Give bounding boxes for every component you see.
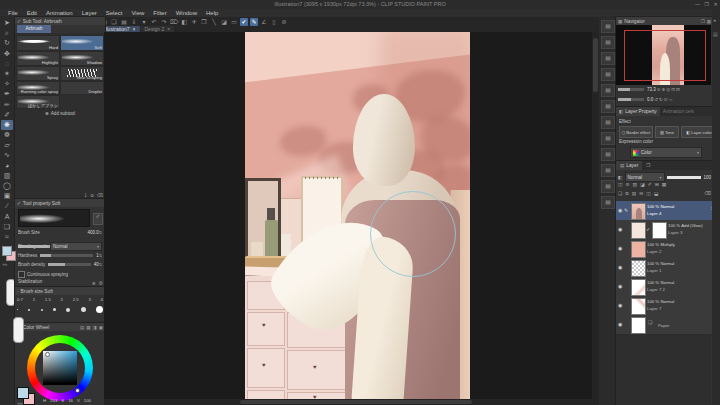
- navigator-view-rect[interactable]: [624, 30, 706, 81]
- material-palette-icon[interactable]: ▤: [601, 68, 615, 81]
- redo-icon[interactable]: ↷: [160, 18, 168, 26]
- continuous-spraying-checkbox[interactable]: [18, 271, 25, 278]
- brush-tip-button[interactable]: ✐: [93, 213, 103, 225]
- rotate-left-icon[interactable]: ↺: [654, 97, 658, 102]
- prohibit-icon[interactable]: ⊘: [280, 18, 288, 26]
- size-preset[interactable]: 1: [33, 297, 35, 302]
- size-preset[interactable]: 4: [101, 297, 103, 302]
- layer-row-layer4[interactable]: ◉ ✎ 100 % Normal Layer 4 ⇲: [616, 201, 716, 221]
- collapse-dock-icon[interactable]: ◂: [713, 17, 716, 23]
- size-preset-dots[interactable]: [17, 306, 103, 313]
- menu-window[interactable]: Window: [176, 10, 197, 16]
- flip-horizontal-icon[interactable]: ◅: [669, 97, 672, 102]
- move-layer-tool[interactable]: ✥: [1, 49, 13, 59]
- navigator-zoom-slider[interactable]: [618, 88, 644, 91]
- navigator-zoom-value[interactable]: 73.3: [647, 87, 656, 92]
- tab-secondary[interactable]: ❐: [642, 163, 654, 168]
- subview-icon[interactable]: ❐: [701, 19, 705, 24]
- layer-row-paper[interactable]: ◉ ❏ Paper: [616, 315, 716, 335]
- fill-icon[interactable]: ◧: [180, 18, 188, 26]
- layer-visibility-icon[interactable]: ◉: [618, 245, 622, 251]
- subtool-item-spray[interactable]: Spray: [16, 66, 60, 81]
- snap-to-special-ruler-icon[interactable]: ✎: [250, 18, 258, 26]
- decoration-tool[interactable]: ❁: [1, 130, 13, 140]
- saturation-value-square[interactable]: [43, 351, 77, 385]
- size-preset[interactable]: 3: [88, 297, 90, 302]
- fit-width-icon[interactable]: ⊟: [676, 87, 680, 92]
- vertical-scrollbar[interactable]: [592, 32, 599, 405]
- material-palette-icon[interactable]: ▤: [601, 116, 615, 129]
- invert-selection-icon[interactable]: ╲: [210, 18, 218, 26]
- navigator-rotate-slider[interactable]: [618, 98, 644, 101]
- brush-size-header[interactable]: ◦ Brush size Soft: [15, 287, 105, 295]
- layer-visibility-icon[interactable]: ◉: [618, 226, 622, 232]
- gradient-tool[interactable]: ▥: [1, 171, 13, 181]
- fill-tool[interactable]: ◕: [1, 161, 13, 171]
- material-palette-icon[interactable]: ▤: [601, 36, 615, 49]
- navigator-header[interactable]: ▦ Navigator ❐ ▦: [616, 17, 713, 25]
- subtool-item-droplet[interactable]: Droplet: [60, 81, 104, 95]
- merge-down-icon[interactable]: ⊟: [639, 191, 643, 196]
- fit-to-screen-icon[interactable]: ⊡: [671, 87, 675, 92]
- subtool-item-highlight[interactable]: Highlight: [16, 51, 60, 66]
- change-panel-icon[interactable]: ◫: [618, 182, 623, 187]
- navigator-preview[interactable]: [616, 25, 711, 85]
- material-palette-icon[interactable]: ▤: [601, 180, 615, 193]
- companion-mode-icon[interactable]: ▯: [270, 18, 278, 26]
- enable-mask-icon[interactable]: ◪: [640, 182, 645, 187]
- brush-density-slider[interactable]: [48, 263, 90, 266]
- tool-property-header[interactable]: ✐ Tool property Soft: [15, 199, 105, 207]
- menu-select[interactable]: Select: [106, 10, 123, 16]
- draft-layer-icon[interactable]: ✐: [648, 182, 652, 187]
- subtool-item-shadow[interactable]: Shadow: [60, 51, 104, 66]
- zoom-out-icon[interactable]: ⊖: [657, 87, 661, 92]
- spinner-icon[interactable]: ⇅: [99, 253, 102, 258]
- ruler-range-icon[interactable]: ⊞: [655, 182, 659, 187]
- hardness-slider[interactable]: [40, 254, 93, 257]
- undo-icon[interactable]: ↶: [150, 18, 158, 26]
- palette-color-icon[interactable]: ◧: [618, 175, 623, 180]
- canvas-artwork[interactable]: ♥ ♥ ♥ ♥ ♥: [245, 32, 470, 405]
- subtool-item-hard[interactable]: Hard: [16, 35, 60, 51]
- material-palette-icon[interactable]: ▤: [601, 84, 615, 97]
- history-tab-icon[interactable]: ▣: [99, 325, 103, 330]
- color-slider-tab-icon[interactable]: ▤: [80, 325, 84, 330]
- tab-layer[interactable]: ▤ Layer: [616, 161, 642, 170]
- spinner-icon[interactable]: ⇅: [99, 230, 102, 235]
- layer-visibility-icon[interactable]: ◉: [618, 302, 622, 308]
- material-palette-icon[interactable]: ▤: [601, 164, 615, 177]
- layer-row-layer7-2[interactable]: ◉ 100 % Normal Layer 7 2: [616, 277, 716, 297]
- ruler-tool[interactable]: ∕: [1, 201, 13, 211]
- value-value[interactable]: 100: [84, 398, 91, 403]
- save-options-dropdown-icon[interactable]: ▾: [140, 18, 148, 26]
- scrollbar-thumb[interactable]: [593, 38, 598, 92]
- subtool-item-running-color-spray[interactable]: Running color spray: [16, 81, 60, 95]
- zoom-100-icon[interactable]: ◎: [666, 87, 670, 92]
- pen-tool[interactable]: ✒: [1, 89, 13, 99]
- horizontal-scrollbar[interactable]: [104, 399, 592, 405]
- layer-row-layer7[interactable]: ◉ 100 % Normal Layer 7: [616, 296, 716, 316]
- operation-tool[interactable]: ➤: [1, 18, 13, 28]
- add-subtool-button[interactable]: ⊕ Add subtool: [15, 111, 105, 116]
- size-preset[interactable]: 0.7: [17, 297, 23, 302]
- lock-layer-icon[interactable]: ⊘: [626, 182, 630, 187]
- reset-rotation-icon[interactable]: ⊙: [664, 97, 668, 102]
- snap-to-grid-icon[interactable]: ∠: [260, 18, 268, 26]
- layer-blend-dropdown[interactable]: Normal ▾: [625, 172, 665, 182]
- clear-icon[interactable]: ⌦: [170, 18, 178, 26]
- foreground-color-swatch[interactable]: [2, 246, 12, 256]
- pencil-tool[interactable]: ✏: [1, 100, 13, 110]
- border-effect-button[interactable]: ◻ Border effect: [619, 126, 653, 138]
- open-file-icon[interactable]: ▤: [120, 18, 128, 26]
- layer-row-layer3[interactable]: ◉ ✓ 100 % Add (Glow) Layer 3: [616, 220, 716, 240]
- eyedropper-tool[interactable]: ✧: [1, 79, 13, 89]
- brush-size-value[interactable]: 400.0: [87, 230, 98, 235]
- menu-help[interactable]: Help: [206, 10, 218, 16]
- new-folder-icon[interactable]: ▤: [632, 191, 637, 196]
- spinner-icon[interactable]: ⇅: [99, 262, 102, 267]
- color-wheel-header[interactable]: ◉ Color Wheel ▤ ▦ ◨ ▣: [15, 323, 105, 331]
- selection-tool[interactable]: ◌: [1, 59, 13, 69]
- auto-select-tool[interactable]: ✶: [1, 69, 13, 79]
- transfer-down-icon[interactable]: ◫: [646, 191, 651, 196]
- blend-tool[interactable]: ∿: [1, 150, 13, 160]
